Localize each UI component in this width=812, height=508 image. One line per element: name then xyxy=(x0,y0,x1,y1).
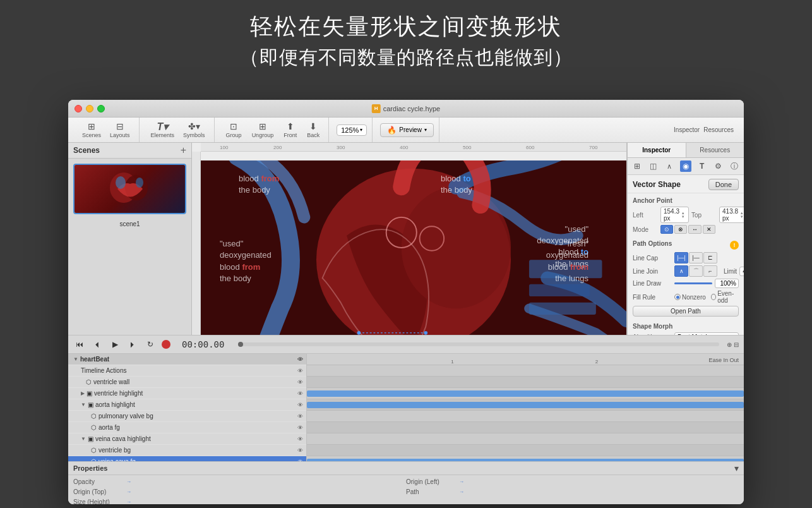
top-input[interactable]: 413.8 px ▲ ▼ xyxy=(719,207,744,223)
ventricle-wall-eye[interactable]: 👁 xyxy=(296,378,304,386)
aorta-fg-label: aorta fg xyxy=(99,424,120,431)
left-stepper[interactable]: ▲ ▼ xyxy=(681,211,686,219)
shape-morph-label: Shape Morph xyxy=(633,323,739,330)
mode-btn-3[interactable]: ↔ xyxy=(688,225,702,234)
loop-button[interactable]: ↻ xyxy=(144,338,157,351)
track-ventricle-bg[interactable]: ⬡ ventricle bg 👁 xyxy=(68,445,306,456)
close-button[interactable] xyxy=(75,105,82,112)
back-button[interactable]: ⬇ Back xyxy=(303,120,323,140)
line-cap-btn-1[interactable]: |—| xyxy=(674,252,688,263)
heartbeat-expand[interactable]: ▼ xyxy=(73,356,78,362)
group-button[interactable]: ⊡ Group xyxy=(222,120,246,140)
skip-start-button[interactable]: ⏮ xyxy=(73,338,86,351)
radio-nonzero[interactable]: Nonzero xyxy=(674,294,706,301)
scenes-button[interactable]: ⊞ Scenes xyxy=(78,120,105,140)
scene-thumbnail[interactable] xyxy=(73,164,186,214)
mode-btn-4[interactable]: ✕ xyxy=(703,225,715,234)
keyframe-bar-3[interactable] xyxy=(307,390,744,397)
tab-resources[interactable]: Resources xyxy=(686,143,744,157)
prop-path-arrow[interactable]: → xyxy=(459,489,464,495)
timeline-scrubber[interactable] xyxy=(238,342,719,346)
track-heartbeat[interactable]: ▼ heartBeat 👁 xyxy=(68,354,306,365)
inspector-tool-actions[interactable]: ⚙ xyxy=(713,160,724,172)
open-path-button[interactable]: Open Path xyxy=(633,306,739,317)
inspector-tool-layers[interactable]: ◫ xyxy=(648,160,659,172)
line-cap-label: Line Cap xyxy=(633,255,672,262)
mode-buttons: ⊙ ⊗ ↔ ✕ xyxy=(660,225,715,234)
keyframe-bar-4[interactable] xyxy=(307,402,744,408)
ventricle-highlight-eye[interactable]: 👁 xyxy=(296,390,304,397)
line-cap-btn-3[interactable]: ⊏ xyxy=(703,252,717,263)
prop-size-height-arrow[interactable]: → xyxy=(126,499,131,505)
timeline-tracks: ▼ heartBeat 👁 Timeline Actions 👁 ⬡ ventr… xyxy=(68,354,307,461)
zoom-box[interactable]: 125% ▾ xyxy=(337,124,367,136)
inspector-label[interactable]: Inspector xyxy=(674,126,700,133)
keyframe-bar-9[interactable] xyxy=(307,459,744,461)
elements-button[interactable]: T▾ Elements xyxy=(147,120,179,140)
radio-evenodd[interactable]: Even-odd xyxy=(711,290,739,304)
aorta-highlight-expand[interactable]: ▼ xyxy=(81,402,86,408)
play-button[interactable]: ▶ xyxy=(109,338,121,351)
front-button[interactable]: ⬆ Front xyxy=(280,120,301,140)
prop-origin-left-arrow[interactable]: → xyxy=(459,479,464,485)
line-cap-btn-2[interactable]: |— xyxy=(689,252,703,263)
resources-label[interactable]: Resources xyxy=(703,126,734,133)
line-join-btn-1[interactable]: ∧ xyxy=(674,265,688,277)
preview-button[interactable]: 🔥 Preview ▾ xyxy=(380,123,434,137)
symbols-button[interactable]: ✤▾ Symbols xyxy=(179,120,209,140)
left-input[interactable]: 154.3 px ▲ ▼ xyxy=(660,207,689,223)
track-veina-cava-fg[interactable]: ⬡ veina cava fg 👁 xyxy=(68,456,306,461)
traffic-lights xyxy=(75,105,105,112)
tab-inspector[interactable]: Inspector xyxy=(628,143,686,157)
properties-chevron[interactable]: ▾ xyxy=(734,463,739,473)
layouts-button[interactable]: ⊟ Layouts xyxy=(106,120,134,140)
mode-btn-1[interactable]: ⊙ xyxy=(660,225,673,234)
line-draw-input[interactable]: 100% xyxy=(715,279,739,288)
pulmonary-valve-eye[interactable]: 👁 xyxy=(296,413,304,420)
ungroup-button[interactable]: ⊞ Ungroup xyxy=(248,120,278,140)
veina-cava-highlight-eye[interactable]: 👁 xyxy=(296,435,304,443)
mode-btn-2[interactable]: ⊗ xyxy=(674,225,687,234)
top-stepper[interactable]: ▲ ▼ xyxy=(740,211,744,219)
ruler-horizontal: 100 200 300 400 500 600 700 xyxy=(201,143,626,152)
scrubber-handle[interactable] xyxy=(238,342,243,347)
inspector-tool-layout[interactable]: ⊞ xyxy=(631,160,643,172)
inspector-tool-fill[interactable]: ◉ xyxy=(680,160,691,172)
line-join-btn-3[interactable]: ⌐ xyxy=(703,265,717,277)
minimize-button[interactable] xyxy=(86,105,93,112)
svg-rect-9 xyxy=(529,303,596,315)
inspector-tool-path[interactable]: ∧ xyxy=(664,160,675,172)
aorta-highlight-eye[interactable]: 👁 xyxy=(296,401,304,409)
ventricle-highlight-expand[interactable]: ▶ xyxy=(81,390,85,396)
track-timeline-actions[interactable]: Timeline Actions 👁 xyxy=(68,365,306,377)
track-ventricle-wall[interactable]: ⬡ ventricle wall 👁 xyxy=(68,377,306,388)
heartbeat-eye[interactable]: 👁 xyxy=(296,356,304,363)
track-veina-cava-highlight[interactable]: ▼ ▣ veina cava highlight 👁 xyxy=(68,433,306,445)
line-join-label: Line Join xyxy=(633,268,672,275)
canvas-content[interactable]: blood fromthe body blood tothe body "use… xyxy=(201,160,626,335)
line-join-btn-2[interactable]: ⌒ xyxy=(689,265,703,277)
step-forward-button[interactable]: ⏵ xyxy=(126,338,139,351)
inspector-tool-text[interactable]: T xyxy=(696,160,708,172)
maximize-button[interactable] xyxy=(97,105,105,112)
track-aorta-highlight[interactable]: ▼ ▣ aorta highlight 👁 xyxy=(68,399,306,411)
inspector-tool-info[interactable]: ⓘ xyxy=(729,160,740,172)
prop-opacity-arrow[interactable]: → xyxy=(126,479,131,485)
aorta-fg-eye[interactable]: 👁 xyxy=(296,424,304,432)
ventricle-bg-eye[interactable]: 👁 xyxy=(296,447,304,454)
record-button[interactable] xyxy=(162,340,170,349)
top-down[interactable]: ▼ xyxy=(740,215,744,219)
add-scene-button[interactable]: + xyxy=(181,145,186,155)
track-pulmonary-valve[interactable]: ⬡ pulmonary valve bg 👁 xyxy=(68,411,306,422)
keyframe-track-9 xyxy=(307,456,744,461)
left-down[interactable]: ▼ xyxy=(681,215,686,219)
veina-cava-expand[interactable]: ▼ xyxy=(81,436,86,442)
step-back-button[interactable]: ⏴ xyxy=(91,338,104,351)
prop-origin-top-arrow[interactable]: → xyxy=(126,489,131,495)
done-button[interactable]: Done xyxy=(708,179,739,190)
timeline-actions-eye[interactable]: 👁 xyxy=(296,367,304,375)
prop-path: Path → xyxy=(406,487,739,497)
track-ventricle-highlight[interactable]: ▶ ▣ ventricle highlight 👁 xyxy=(68,388,306,399)
track-aorta-fg[interactable]: ⬡ aorta fg 👁 xyxy=(68,422,306,433)
limit-input[interactable]: 4 xyxy=(739,267,744,276)
